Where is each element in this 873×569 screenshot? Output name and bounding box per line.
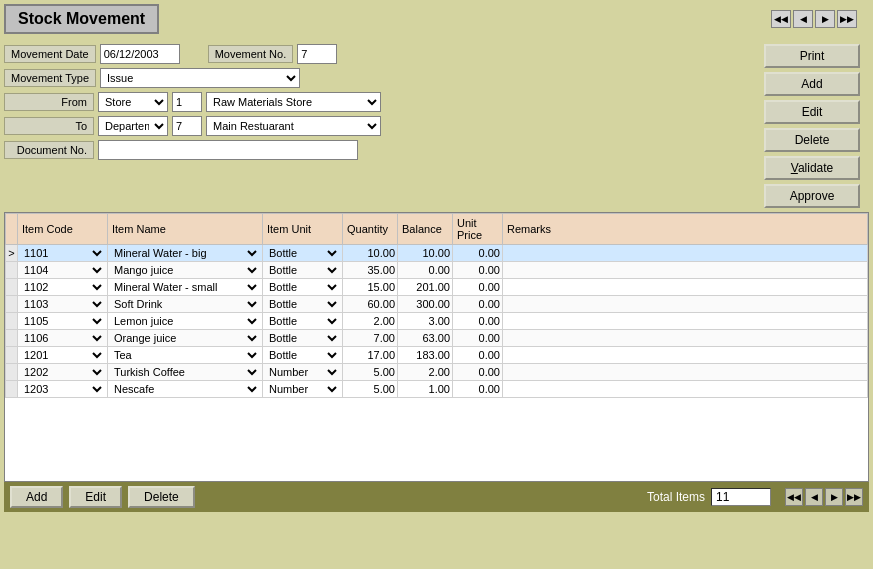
table-row[interactable]: 1103 Soft Drink Bottle 60.00 300.00 0.00 [6,296,868,313]
item-code-select[interactable]: 1202 [20,365,105,379]
footer-nav-prev[interactable]: ◀ [805,488,823,506]
document-no-input[interactable] [98,140,358,160]
item-code-select[interactable]: 1203 [20,382,105,396]
row-remarks[interactable] [503,262,868,279]
footer-edit-button[interactable]: Edit [69,486,122,508]
footer-nav-first[interactable]: ◀◀ [785,488,803,506]
row-remarks[interactable] [503,330,868,347]
from-id-input[interactable] [172,92,202,112]
item-code-select[interactable]: 1201 [20,348,105,362]
from-name-select[interactable]: Raw Materials Store Main Restaurant [206,92,381,112]
row-item-name[interactable]: Tea [108,347,263,364]
row-remarks[interactable] [503,245,868,262]
item-name-select[interactable]: Mineral Water - big [110,246,260,260]
item-name-select[interactable]: Mineral Water - small [110,280,260,294]
approve-button[interactable]: Approve [764,184,860,208]
row-item-unit[interactable]: Bottle [263,245,343,262]
row-item-name[interactable]: Lemon juice [108,313,263,330]
footer-add-button[interactable]: Add [10,486,63,508]
nav-first-button[interactable]: ◀◀ [771,10,791,28]
item-name-select[interactable]: Orange juice [110,331,260,345]
row-item-code[interactable]: 1201 [18,347,108,364]
to-name-select[interactable]: Main Restuarant Raw Materials Store [206,116,381,136]
table-row[interactable]: > 1101 Mineral Water - big Bottle 10.00 … [6,245,868,262]
movement-date-input[interactable] [100,44,180,64]
item-unit-select[interactable]: Bottle [265,246,340,260]
nav-last-button[interactable]: ▶▶ [837,10,857,28]
table-row[interactable]: 1106 Orange juice Bottle 7.00 63.00 0.00 [6,330,868,347]
nav-prev-button[interactable]: ◀ [793,10,813,28]
item-name-select[interactable]: Turkish Coffee [110,365,260,379]
item-unit-select[interactable]: Bottle [265,280,340,294]
delete-button[interactable]: Delete [764,128,860,152]
row-item-name[interactable]: Turkish Coffee [108,364,263,381]
row-item-name[interactable]: Soft Drink [108,296,263,313]
movement-no-input[interactable] [297,44,337,64]
row-item-unit[interactable]: Number [263,381,343,398]
table-row[interactable]: 1105 Lemon juice Bottle 2.00 3.00 0.00 [6,313,868,330]
item-unit-select[interactable]: Number [265,382,340,396]
row-item-code[interactable]: 1105 [18,313,108,330]
print-button[interactable]: Print [764,44,860,68]
table-row[interactable]: 1202 Turkish Coffee Number 5.00 2.00 0.0… [6,364,868,381]
row-item-code[interactable]: 1106 [18,330,108,347]
row-item-unit[interactable]: Bottle [263,279,343,296]
table-row[interactable]: 1104 Mango juice Bottle 35.00 0.00 0.00 [6,262,868,279]
row-item-unit[interactable]: Bottle [263,330,343,347]
to-type-select[interactable]: Store Departement [98,116,168,136]
item-code-select[interactable]: 1104 [20,263,105,277]
item-name-select[interactable]: Lemon juice [110,314,260,328]
item-name-select[interactable]: Mango juice [110,263,260,277]
row-item-name[interactable]: Orange juice [108,330,263,347]
item-code-select[interactable]: 1105 [20,314,105,328]
row-item-unit[interactable]: Bottle [263,262,343,279]
item-unit-select[interactable]: Bottle [265,314,340,328]
footer-nav-last[interactable]: ▶▶ [845,488,863,506]
total-items-input[interactable] [711,488,771,506]
validate-button[interactable]: Validate [764,156,860,180]
row-remarks[interactable] [503,296,868,313]
row-item-code[interactable]: 1202 [18,364,108,381]
row-item-name[interactable]: Nescafe [108,381,263,398]
row-item-unit[interactable]: Bottle [263,313,343,330]
row-item-code[interactable]: 1102 [18,279,108,296]
row-item-unit[interactable]: Bottle [263,347,343,364]
table-row[interactable]: 1201 Tea Bottle 17.00 183.00 0.00 [6,347,868,364]
item-name-select[interactable]: Nescafe [110,382,260,396]
row-item-code[interactable]: 1101 [18,245,108,262]
row-item-code[interactable]: 1203 [18,381,108,398]
edit-button[interactable]: Edit [764,100,860,124]
footer-delete-button[interactable]: Delete [128,486,195,508]
row-remarks[interactable] [503,364,868,381]
to-id-input[interactable] [172,116,202,136]
item-unit-select[interactable]: Bottle [265,348,340,362]
item-unit-select[interactable]: Bottle [265,263,340,277]
nav-next-button[interactable]: ▶ [815,10,835,28]
item-name-select[interactable]: Tea [110,348,260,362]
item-code-select[interactable]: 1106 [20,331,105,345]
row-remarks[interactable] [503,313,868,330]
from-type-select[interactable]: Store Department [98,92,168,112]
item-code-select[interactable]: 1102 [20,280,105,294]
row-item-name[interactable]: Mineral Water - big [108,245,263,262]
item-name-select[interactable]: Soft Drink [110,297,260,311]
row-remarks[interactable] [503,279,868,296]
table-row[interactable]: 1203 Nescafe Number 5.00 1.00 0.00 [6,381,868,398]
item-unit-select[interactable]: Bottle [265,331,340,345]
row-remarks[interactable] [503,347,868,364]
item-code-select[interactable]: 1103 [20,297,105,311]
item-unit-select[interactable]: Number [265,365,340,379]
row-item-unit[interactable]: Bottle [263,296,343,313]
add-button[interactable]: Add [764,72,860,96]
footer-nav-next[interactable]: ▶ [825,488,843,506]
row-item-code[interactable]: 1104 [18,262,108,279]
item-unit-select[interactable]: Bottle [265,297,340,311]
item-code-select[interactable]: 1101 [20,246,105,260]
row-item-name[interactable]: Mineral Water - small [108,279,263,296]
row-item-name[interactable]: Mango juice [108,262,263,279]
row-item-code[interactable]: 1103 [18,296,108,313]
table-row[interactable]: 1102 Mineral Water - small Bottle 15.00 … [6,279,868,296]
movement-type-select[interactable]: Issue Receipt [100,68,300,88]
row-remarks[interactable] [503,381,868,398]
row-item-unit[interactable]: Number [263,364,343,381]
